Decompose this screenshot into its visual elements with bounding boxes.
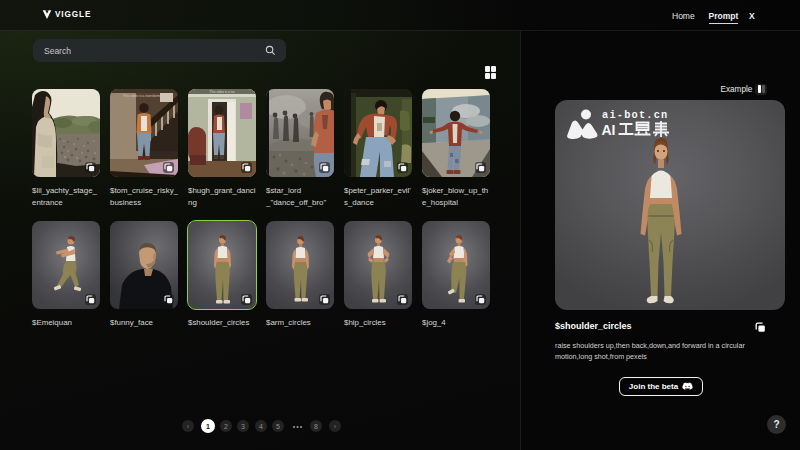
svg-text:AI: AI <box>602 122 616 138</box>
svg-text:This video is a transformatio: This video is a transformatio <box>123 94 166 98</box>
svg-text:ai-bot.cn: ai-bot.cn <box>602 109 668 121</box>
svg-text:This video is a tra: This video is a tra <box>210 90 235 94</box>
